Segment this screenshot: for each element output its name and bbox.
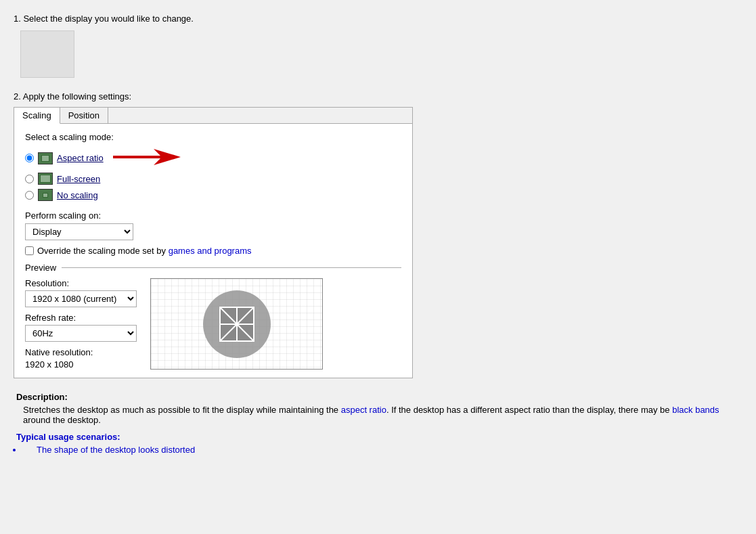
step2-label: 2. Apply the following settings: — [14, 91, 742, 102]
radio-option-aspect: Aspect ratio — [25, 148, 401, 169]
tab-header: Scaling Position — [14, 108, 412, 124]
tab-scaling[interactable]: Scaling — [14, 108, 60, 124]
mode-icon-inner-noscaling — [43, 193, 48, 198]
tab-container: Scaling Position Select a scaling mode: … — [14, 107, 413, 378]
perform-label: Perform scaling on: — [25, 210, 401, 221]
usage-title: Typical usage scenarios: — [16, 432, 740, 442]
display-placeholder — [20, 30, 74, 78]
preview-section: Preview Resolution: 1920 x 1080 (current… — [25, 263, 401, 370]
label-fullscreen[interactable]: Full-screen — [57, 174, 100, 184]
mode-icon-fullscreen — [38, 173, 53, 185]
resolution-dropdown-row: 1920 x 1080 (current) 1280 x 720 1024 x … — [25, 290, 137, 307]
preview-controls: Resolution: 1920 x 1080 (current) 1280 x… — [25, 278, 137, 370]
description-section: Description: Stretches the desktop as mu… — [14, 392, 742, 455]
preview-line — [62, 267, 401, 268]
refresh-label: Refresh rate: — [25, 313, 137, 323]
mode-icon-inner-fullscreen — [40, 175, 51, 183]
mode-icon-inner-aspect — [41, 155, 49, 162]
resolution-label: Resolution: — [25, 278, 137, 288]
mode-icon-noscaling — [38, 189, 53, 201]
desc-blue2: black bands — [672, 405, 719, 415]
resolution-select[interactable]: 1920 x 1080 (current) 1280 x 720 1024 x … — [25, 290, 137, 307]
override-checkbox[interactable] — [25, 246, 34, 255]
preview-header: Preview — [25, 263, 401, 273]
radio-option-noscaling: No scaling — [25, 189, 401, 201]
refresh-dropdown-row: 60Hz 59Hz 50Hz — [25, 325, 137, 342]
description-text: Stretches the desktop as much as possibl… — [16, 405, 740, 425]
preview-grid-svg — [151, 279, 323, 370]
red-arrow — [113, 148, 181, 169]
radio-option-fullscreen: Full-screen — [25, 173, 401, 185]
radio-aspect[interactable] — [25, 154, 34, 162]
tab-position[interactable]: Position — [60, 108, 108, 123]
refresh-select[interactable]: 60Hz 59Hz 50Hz — [25, 325, 137, 342]
preview-label: Preview — [25, 263, 56, 273]
radio-noscaling[interactable] — [25, 191, 34, 200]
step1-label: 1. Select the display you would like to … — [14, 14, 742, 24]
override-label[interactable]: Override the scaling mode set by games a… — [37, 246, 252, 256]
desc-blue1: aspect ratio — [341, 405, 386, 415]
native-value: 1920 x 1080 — [25, 359, 137, 370]
native-label: Native resolution: — [25, 347, 137, 357]
perform-select[interactable]: Display GPU — [25, 223, 133, 240]
radio-fullscreen[interactable] — [25, 175, 34, 183]
usage-item-1: The shape of the desktop looks distorted — [23, 445, 740, 455]
override-blue-text: games and programs — [169, 246, 252, 256]
label-aspect[interactable]: Aspect ratio — [57, 153, 104, 163]
scaling-mode-label: Select a scaling mode: — [25, 132, 401, 142]
tab-content-scaling: Select a scaling mode: Aspect ratio Full… — [14, 124, 412, 378]
description-title: Description: — [16, 392, 740, 402]
arrow-svg — [113, 148, 181, 166]
override-checkbox-row: Override the scaling mode set by games a… — [25, 246, 401, 256]
usage-list: The shape of the desktop looks distorted — [16, 445, 740, 455]
perform-dropdown-row: Display GPU — [25, 223, 401, 240]
label-noscaling[interactable]: No scaling — [57, 190, 98, 200]
svg-marker-0 — [113, 149, 181, 165]
preview-visual — [150, 278, 323, 370]
mode-icon-aspect — [38, 152, 53, 164]
preview-body: Resolution: 1920 x 1080 (current) 1280 x… — [25, 278, 401, 370]
grid-canvas — [150, 278, 323, 370]
